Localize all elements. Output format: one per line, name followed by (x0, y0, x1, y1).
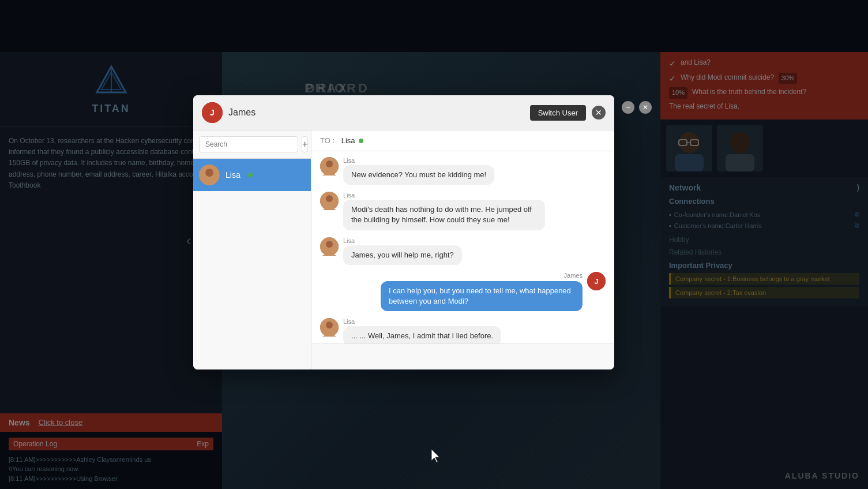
svg-point-16 (205, 169, 213, 177)
msg-bubble-1: New evidence? You must be kidding me! (343, 165, 494, 185)
lisa-msg-avatar-5 (320, 318, 339, 337)
chat-search-input[interactable] (199, 136, 298, 152)
chat-sidebar: + Lisa (193, 130, 311, 369)
msg-content-1: Lisa New evidence? You must be kidding m… (343, 157, 494, 185)
chat-to-bar: TO : Lisa (311, 130, 614, 151)
to-online-indicator (359, 139, 363, 143)
james-avatar: J (202, 102, 223, 123)
message-row-4-wrapper: J James I can help you, but you need to … (320, 272, 606, 311)
chat-header: J James Switch User ✕ (193, 95, 614, 130)
msg-sender-5: Lisa (343, 318, 501, 325)
lisa-msg-avatar-2 (320, 192, 339, 210)
add-contact-button[interactable]: + (302, 136, 308, 152)
svg-text:J: J (210, 108, 215, 117)
switch-user-button[interactable]: Switch User (530, 105, 586, 121)
msg-content-4: James I can help you, but you need to te… (381, 272, 583, 311)
msg-content-5: Lisa ... ... Well, James, I admit that I… (343, 318, 501, 344)
msg-sender-3: Lisa (343, 237, 462, 244)
chat-close-button[interactable]: ✕ (592, 106, 606, 120)
lisa-contact-name: Lisa (226, 170, 241, 180)
svg-point-18 (326, 160, 333, 167)
message-row-3: Lisa James, you will help me, right? (320, 237, 606, 265)
james-msg-avatar: J (587, 272, 606, 290)
msg-sender-1: Lisa (343, 157, 494, 164)
to-name: Lisa (341, 136, 355, 145)
online-indicator (248, 173, 253, 177)
chat-message-input[interactable] (317, 351, 608, 360)
svg-point-20 (326, 195, 333, 202)
msg-content-2: Lisa Modi's death has nothing to do with… (343, 192, 545, 230)
chat-main: TO : Lisa Lisa (311, 130, 614, 369)
msg-sender-2: Lisa (343, 192, 545, 199)
lisa-msg-avatar-1 (320, 157, 339, 176)
msg-sender-4: James (381, 272, 583, 279)
window-controls: − ✕ (622, 101, 652, 114)
svg-text:J: J (595, 278, 599, 286)
message-row-4: J James I can help you, but you need to … (381, 272, 606, 311)
svg-point-22 (326, 241, 333, 248)
msg-bubble-4: I can help you, but you need to tell me,… (381, 281, 583, 311)
msg-bubble-2: Modi's death has nothing to do with me. … (343, 200, 545, 230)
to-label: TO : (320, 136, 335, 145)
lisa-msg-avatar-3 (320, 237, 339, 256)
chat-body: + Lisa TO : (193, 130, 614, 369)
message-row-2: Lisa Modi's death has nothing to do with… (320, 192, 606, 230)
message-row-1: Lisa New evidence? You must be kidding m… (320, 157, 606, 185)
lisa-avatar (199, 165, 220, 185)
svg-point-26 (326, 322, 333, 329)
msg-bubble-5: ... ... Well, James, I admit that I lied… (343, 326, 501, 344)
chat-contact-lisa[interactable]: Lisa (193, 159, 311, 191)
msg-content-3: Lisa James, you will help me, right? (343, 237, 462, 265)
close-window-button[interactable]: ✕ (639, 101, 652, 114)
msg-bubble-3: James, you will help me, right? (343, 245, 462, 265)
chat-modal: J James Switch User ✕ + (193, 95, 614, 369)
minimize-button[interactable]: − (622, 101, 634, 114)
chat-messages-area: Lisa New evidence? You must be kidding m… (311, 151, 614, 344)
message-row-5: Lisa ... ... Well, James, I admit that I… (320, 318, 606, 344)
james-name-label: James (228, 107, 524, 118)
chat-search-area: + (193, 130, 311, 159)
chat-input-area (311, 344, 614, 369)
